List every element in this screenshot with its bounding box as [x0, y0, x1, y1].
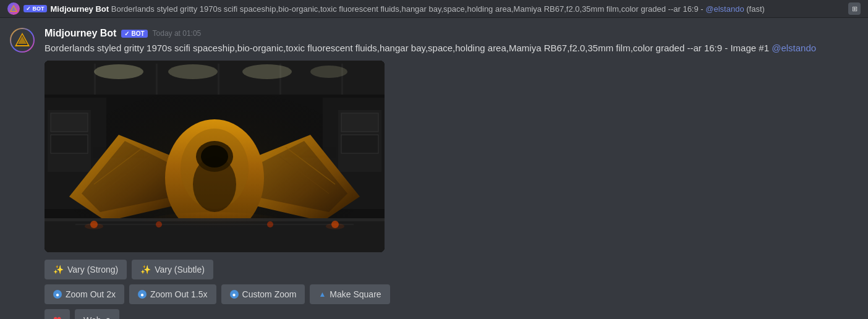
zoom-out-2x-icon: ●	[53, 290, 62, 299]
spaceship-scene	[45, 61, 385, 252]
zoom-out-1-5x-button[interactable]: ● Zoom Out 1.5x	[129, 284, 216, 304]
buttons-row-1: ✨ Vary (Strong) ✨ Vary (Subtle)	[45, 260, 858, 279]
ceiling-light-4	[304, 67, 341, 72]
checkmark-icon: ✓	[26, 6, 31, 12]
badge-checkmark: ✓	[124, 30, 129, 37]
notification-bot-badge: ✓ BOT	[23, 5, 47, 12]
buttons-row-2: ● Zoom Out 2x ● Zoom Out 1.5x ● Custom Z…	[45, 284, 858, 304]
notification-bot-name: Midjourney Bot	[51, 4, 109, 14]
vary-strong-icon: ✨	[53, 265, 64, 274]
message-prompt: Borderlands styled gritty 1970s scifi sp…	[45, 41, 858, 54]
floor-reflection	[153, 215, 276, 252]
custom-zoom-icon: ●	[230, 290, 239, 299]
engine-glow	[202, 160, 227, 184]
vary-strong-button[interactable]: ✨ Vary (Strong)	[45, 260, 127, 279]
vary-subtle-button[interactable]: ✨ Vary (Subtle)	[132, 260, 213, 279]
ceiling-light-2	[150, 67, 187, 72]
notification-text: Midjourney Bot Borderlands styled gritty…	[51, 4, 765, 14]
bot-avatar-small	[7, 2, 20, 15]
ceiling-light-3	[230, 67, 267, 72]
message-author: Midjourney Bot	[45, 28, 116, 39]
notification-prompt: Borderlands styled gritty 1970s scifi sp…	[111, 4, 765, 14]
bot-badge: ✓ BOT	[121, 30, 147, 38]
web-button[interactable]: Web ↗	[75, 309, 119, 319]
buttons-container: ✨ Vary (Strong) ✨ Vary (Subtle) ● Zoom O…	[45, 260, 858, 319]
bot-avatar	[10, 28, 35, 53]
buttons-row-3: ❤ Web ↗	[45, 309, 858, 319]
zoom-out-2x-button[interactable]: ● Zoom Out 2x	[45, 284, 124, 304]
ceiling-light-1	[82, 67, 119, 72]
jump-icon[interactable]: ⊞	[848, 2, 861, 15]
custom-zoom-button[interactable]: ● Custom Zoom	[221, 284, 305, 304]
message-area: Midjourney Bot ✓ BOT Today at 01:05 Bord…	[0, 18, 868, 319]
zoom-out-1-5x-icon: ●	[138, 290, 147, 299]
username-mention: @elstando	[772, 43, 816, 53]
generated-image[interactable]	[45, 61, 385, 252]
make-square-icon: ▲	[318, 290, 326, 299]
heart-icon: ❤	[53, 314, 61, 319]
message-header: Midjourney Bot ✓ BOT Today at 01:05	[45, 28, 858, 39]
ship-body	[103, 79, 326, 203]
message-timestamp: Today at 01:05	[153, 29, 202, 38]
heart-button[interactable]: ❤	[45, 309, 70, 319]
message-content: Midjourney Bot ✓ BOT Today at 01:05 Bord…	[45, 28, 858, 319]
avatar-inner	[11, 29, 33, 51]
make-square-button[interactable]: ▲ Make Square	[310, 284, 389, 304]
notification-bar: ✓ BOT Midjourney Bot Borderlands styled …	[0, 0, 868, 18]
vary-subtle-icon: ✨	[140, 265, 151, 274]
